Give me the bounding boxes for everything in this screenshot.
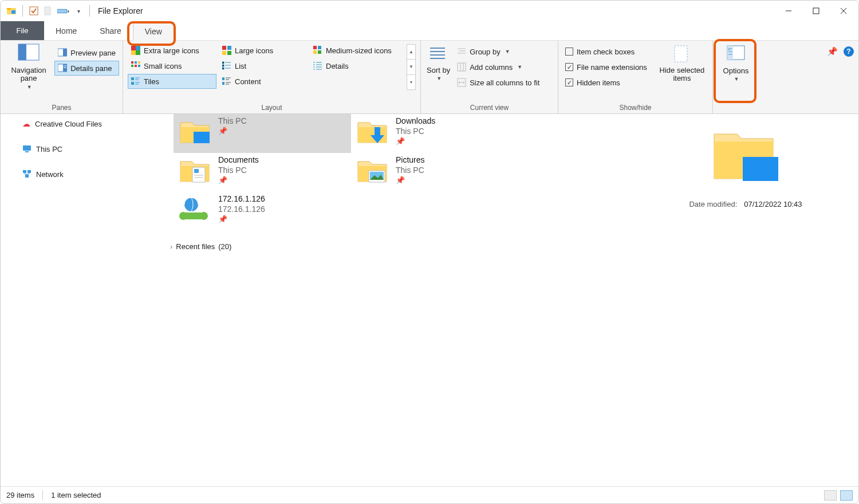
svg-rect-51 bbox=[318, 46, 321, 49]
svg-rect-20 bbox=[131, 50, 136, 55]
maximize-button[interactable] bbox=[802, 1, 830, 21]
tab-view[interactable]: View bbox=[133, 22, 174, 41]
svg-rect-95 bbox=[743, 157, 778, 181]
explorer-icon[interactable] bbox=[5, 5, 18, 17]
minimize-button[interactable] bbox=[775, 1, 802, 21]
add-columns-button[interactable]: Add columns▼ bbox=[454, 60, 543, 74]
hide-selected-items-button[interactable]: Hide selected items bbox=[655, 42, 709, 85]
tile-downloads[interactable]: Downloads This PC 📌 bbox=[351, 114, 529, 153]
layout-gallery-scroll[interactable]: ▲▼▾ bbox=[407, 44, 416, 90]
size-all-columns-button[interactable]: Size all columns to fit bbox=[454, 75, 543, 90]
svg-rect-69 bbox=[458, 63, 466, 71]
svg-rect-50 bbox=[313, 46, 317, 49]
svg-rect-31 bbox=[131, 82, 134, 85]
statusbar-tiles-view-button[interactable] bbox=[840, 490, 853, 501]
file-list[interactable]: This PC 📌 Downloads This PC 📌 Documents … bbox=[167, 114, 641, 486]
tile-location: 172.16.1.126 bbox=[218, 204, 265, 214]
properties-icon[interactable] bbox=[27, 5, 40, 17]
options-button[interactable]: Options▼ bbox=[721, 42, 751, 84]
separator bbox=[89, 5, 90, 17]
tile-desktop[interactable]: This PC 📌 bbox=[174, 114, 351, 153]
hide-selected-label: Hide selected items bbox=[657, 66, 707, 83]
pin-ribbon-icon[interactable]: 📌 bbox=[827, 46, 838, 57]
nav-this-pc[interactable]: This PC bbox=[21, 141, 161, 156]
status-item-count: 29 items bbox=[6, 491, 34, 499]
separator bbox=[22, 5, 23, 17]
new-folder-icon[interactable] bbox=[42, 5, 55, 17]
main-area: ☁︎Creative Cloud Files This PC Network T… bbox=[1, 114, 858, 486]
folder-icon bbox=[354, 155, 390, 186]
chevron-right-icon: › bbox=[170, 242, 172, 251]
recent-files-header[interactable]: › Recent files (20) bbox=[170, 242, 641, 251]
close-button[interactable] bbox=[830, 1, 857, 21]
layout-medium-icons[interactable]: Medium-sized icons bbox=[310, 43, 404, 58]
layout-list[interactable]: List bbox=[219, 58, 308, 73]
layout-content[interactable]: Content bbox=[219, 74, 308, 89]
tile-pictures[interactable]: Pictures This PC 📌 bbox=[351, 153, 529, 192]
folder-icon bbox=[177, 194, 212, 225]
folder-icon bbox=[354, 116, 390, 147]
preview-pane-button[interactable]: Preview pane bbox=[54, 45, 119, 60]
svg-rect-82 bbox=[27, 170, 31, 173]
network-icon bbox=[22, 170, 31, 179]
cloud-icon: ☁︎ bbox=[22, 119, 30, 128]
nav-network[interactable]: Network bbox=[21, 167, 161, 182]
svg-rect-25 bbox=[131, 65, 133, 67]
tile-name: Documents bbox=[218, 155, 259, 164]
tab-home[interactable]: Home bbox=[44, 21, 88, 40]
pin-icon: 📌 bbox=[396, 137, 435, 145]
tile-name: 172.16.1.126 bbox=[218, 194, 265, 203]
sort-by-button[interactable]: Sort by▼ bbox=[424, 42, 452, 83]
tile-172-16-1-126[interactable]: 172.16.1.126 172.16.1.126 📌 bbox=[174, 192, 351, 231]
group-by-button[interactable]: Group by▼ bbox=[454, 44, 543, 59]
svg-rect-24 bbox=[138, 61, 140, 64]
pin-icon: 📌 bbox=[218, 215, 265, 223]
item-check-boxes-toggle[interactable]: Item check boxes bbox=[562, 44, 651, 59]
svg-rect-11 bbox=[18, 44, 26, 60]
svg-rect-53 bbox=[318, 50, 321, 54]
svg-rect-23 bbox=[135, 61, 137, 64]
status-bar: 29 items 1 item selected bbox=[1, 486, 858, 503]
file-name-extensions-toggle[interactable]: File name extensions bbox=[562, 60, 651, 74]
hidden-items-toggle[interactable]: Hidden items bbox=[562, 75, 651, 90]
layout-small-icons[interactable]: Small icons bbox=[128, 58, 216, 73]
svg-rect-83 bbox=[25, 175, 29, 178]
pin-icon: 📌 bbox=[218, 176, 259, 184]
svg-rect-47 bbox=[222, 82, 224, 85]
tab-share[interactable]: Share bbox=[88, 21, 132, 40]
group-label-layout: Layout bbox=[127, 104, 417, 113]
tile-documents[interactable]: Documents This PC 📌 bbox=[174, 153, 351, 192]
svg-rect-2 bbox=[11, 10, 15, 14]
svg-rect-86 bbox=[194, 169, 199, 173]
svg-point-94 bbox=[179, 212, 187, 220]
layout-tiles[interactable]: Tiles bbox=[128, 74, 216, 89]
svg-rect-21 bbox=[136, 50, 140, 55]
svg-rect-4 bbox=[45, 7, 50, 15]
help-icon[interactable]: ? bbox=[844, 46, 854, 57]
layout-large-icons[interactable]: Large icons bbox=[219, 43, 308, 58]
layout-details[interactable]: Details bbox=[310, 58, 404, 73]
chevron-down-icon: ▼ bbox=[734, 76, 739, 82]
svg-rect-42 bbox=[222, 68, 224, 69]
group-label-panes: Panes bbox=[4, 104, 119, 113]
qat-dropdown-icon[interactable]: ▾ bbox=[72, 5, 85, 17]
status-selected-count: 1 item selected bbox=[51, 491, 101, 499]
svg-rect-13 bbox=[63, 49, 67, 56]
customize-icon[interactable] bbox=[57, 5, 70, 17]
layout-extra-large-icons[interactable]: Extra large icons bbox=[128, 43, 216, 58]
navigation-pane-button[interactable]: Navigation pane ▼ bbox=[4, 42, 53, 92]
options-label: Options bbox=[723, 66, 749, 75]
navigation-pane-label: Navigation pane bbox=[6, 66, 51, 83]
svg-rect-80 bbox=[25, 151, 29, 152]
ribbon-view: Navigation pane ▼ Preview pane Details p… bbox=[1, 41, 858, 114]
statusbar-details-view-button[interactable] bbox=[824, 490, 837, 501]
chevron-down-icon: ▼ bbox=[436, 76, 442, 81]
titlebar: ▾ File Explorer bbox=[1, 1, 858, 21]
nav-creative-cloud[interactable]: ☁︎Creative Cloud Files bbox=[21, 116, 161, 131]
tab-file[interactable]: File bbox=[1, 21, 44, 40]
navigation-tree: ☁︎Creative Cloud Files This PC Network bbox=[1, 114, 167, 486]
tile-location: This PC bbox=[218, 166, 259, 175]
details-pane-button[interactable]: Details pane bbox=[54, 61, 119, 76]
pc-icon bbox=[22, 144, 31, 153]
date-modified-value: 07/12/2022 10:43 bbox=[744, 200, 802, 208]
